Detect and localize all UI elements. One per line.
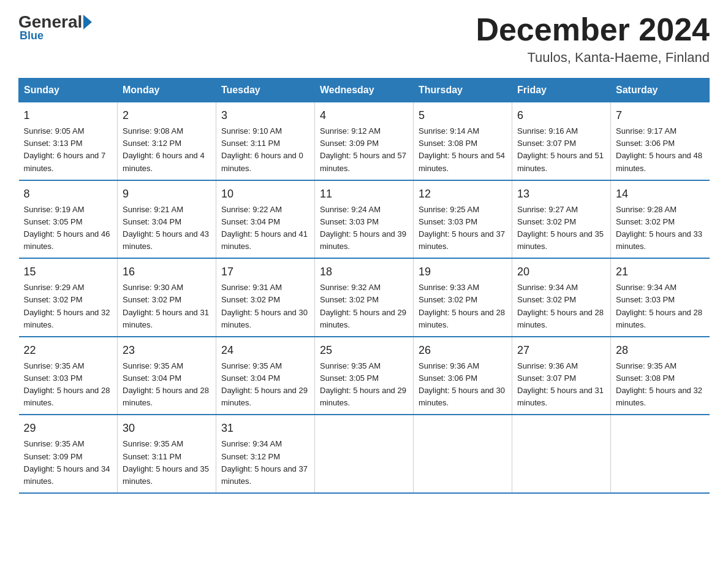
header-day-tuesday: Tuesday (216, 79, 315, 102)
day-info: Sunrise: 9:36 AMSunset: 3:06 PMDaylight:… (419, 360, 507, 410)
day-number: 9 (123, 186, 211, 202)
day-info: Sunrise: 9:28 AMSunset: 3:02 PMDaylight:… (616, 204, 705, 253)
calendar-cell (414, 415, 512, 493)
day-number: 24 (221, 342, 309, 359)
day-number: 7 (616, 107, 705, 124)
calendar-cell: 26Sunrise: 9:36 AMSunset: 3:06 PMDayligh… (414, 337, 512, 415)
day-info: Sunrise: 9:24 AMSunset: 3:03 PMDaylight:… (320, 204, 408, 253)
day-number: 15 (24, 264, 113, 280)
day-info: Sunrise: 9:35 AMSunset: 3:04 PMDaylight:… (123, 360, 211, 410)
calendar-cell: 9Sunrise: 9:21 AMSunset: 3:04 PMDaylight… (118, 180, 216, 259)
day-info: Sunrise: 9:22 AMSunset: 3:04 PMDaylight:… (221, 204, 309, 253)
header-day-wednesday: Wednesday (315, 79, 414, 102)
day-number: 1 (24, 107, 113, 124)
calendar-cell: 10Sunrise: 9:22 AMSunset: 3:04 PMDayligh… (216, 180, 315, 259)
calendar-cell: 11Sunrise: 9:24 AMSunset: 3:03 PMDayligh… (315, 180, 414, 259)
calendar-cell: 1Sunrise: 9:05 AMSunset: 3:13 PMDaylight… (19, 102, 118, 180)
week-row-5: 29Sunrise: 9:35 AMSunset: 3:09 PMDayligh… (19, 415, 710, 493)
day-info: Sunrise: 9:35 AMSunset: 3:05 PMDaylight:… (320, 360, 408, 410)
day-info: Sunrise: 9:29 AMSunset: 3:02 PMDaylight:… (24, 282, 113, 331)
day-number: 27 (517, 342, 605, 359)
day-info: Sunrise: 9:34 AMSunset: 3:12 PMDaylight:… (221, 438, 309, 488)
day-info: Sunrise: 9:36 AMSunset: 3:07 PMDaylight:… (517, 360, 605, 410)
day-number: 30 (123, 420, 211, 437)
calendar-cell: 22Sunrise: 9:35 AMSunset: 3:03 PMDayligh… (19, 337, 118, 415)
day-number: 4 (320, 107, 408, 124)
day-number: 28 (616, 342, 705, 359)
calendar-cell: 16Sunrise: 9:30 AMSunset: 3:02 PMDayligh… (118, 258, 216, 337)
day-number: 8 (24, 186, 113, 202)
calendar-cell: 27Sunrise: 9:36 AMSunset: 3:07 PMDayligh… (512, 337, 611, 415)
day-info: Sunrise: 9:35 AMSunset: 3:04 PMDaylight:… (221, 360, 309, 410)
day-info: Sunrise: 9:05 AMSunset: 3:13 PMDaylight:… (24, 125, 113, 175)
calendar-cell: 8Sunrise: 9:19 AMSunset: 3:05 PMDaylight… (19, 180, 118, 259)
header-day-thursday: Thursday (414, 79, 512, 102)
calendar-cell: 15Sunrise: 9:29 AMSunset: 3:02 PMDayligh… (19, 258, 118, 337)
calendar-cell: 31Sunrise: 9:34 AMSunset: 3:12 PMDayligh… (216, 415, 315, 493)
calendar-cell: 12Sunrise: 9:25 AMSunset: 3:03 PMDayligh… (414, 180, 512, 259)
day-info: Sunrise: 9:14 AMSunset: 3:08 PMDaylight:… (419, 125, 507, 175)
logo: General Blue (18, 12, 93, 42)
day-info: Sunrise: 9:35 AMSunset: 3:09 PMDaylight:… (24, 438, 113, 488)
calendar-cell (315, 415, 414, 493)
week-row-1: 1Sunrise: 9:05 AMSunset: 3:13 PMDaylight… (19, 102, 710, 180)
calendar-cell: 23Sunrise: 9:35 AMSunset: 3:04 PMDayligh… (118, 337, 216, 415)
day-info: Sunrise: 9:35 AMSunset: 3:11 PMDaylight:… (123, 438, 211, 488)
calendar-cell: 30Sunrise: 9:35 AMSunset: 3:11 PMDayligh… (118, 415, 216, 493)
calendar-header: SundayMondayTuesdayWednesdayThursdayFrid… (19, 79, 710, 102)
day-number: 22 (24, 342, 113, 359)
day-number: 21 (616, 264, 705, 280)
day-info: Sunrise: 9:08 AMSunset: 3:12 PMDaylight:… (123, 125, 211, 175)
day-number: 31 (221, 420, 309, 437)
logo-triangle-icon (83, 15, 92, 29)
day-info: Sunrise: 9:35 AMSunset: 3:08 PMDaylight:… (616, 360, 705, 410)
day-info: Sunrise: 9:16 AMSunset: 3:07 PMDaylight:… (517, 125, 605, 175)
calendar-cell: 2Sunrise: 9:08 AMSunset: 3:12 PMDaylight… (118, 102, 216, 180)
title-block: December 2024 Tuulos, Kanta-Haeme, Finla… (476, 12, 710, 66)
day-number: 11 (320, 186, 408, 202)
header-day-sunday: Sunday (19, 79, 118, 102)
day-number: 12 (419, 186, 507, 202)
day-info: Sunrise: 9:25 AMSunset: 3:03 PMDaylight:… (419, 204, 507, 253)
day-info: Sunrise: 9:17 AMSunset: 3:06 PMDaylight:… (616, 125, 705, 175)
calendar-cell: 5Sunrise: 9:14 AMSunset: 3:08 PMDaylight… (414, 102, 512, 180)
calendar-cell (512, 415, 611, 493)
day-number: 6 (517, 107, 605, 124)
calendar-cell: 25Sunrise: 9:35 AMSunset: 3:05 PMDayligh… (315, 337, 414, 415)
week-row-2: 8Sunrise: 9:19 AMSunset: 3:05 PMDaylight… (19, 180, 710, 259)
calendar-cell: 13Sunrise: 9:27 AMSunset: 3:02 PMDayligh… (512, 180, 611, 259)
calendar-cell: 20Sunrise: 9:34 AMSunset: 3:02 PMDayligh… (512, 258, 611, 337)
day-info: Sunrise: 9:12 AMSunset: 3:09 PMDaylight:… (320, 125, 408, 175)
day-info: Sunrise: 9:31 AMSunset: 3:02 PMDaylight:… (221, 282, 309, 331)
day-number: 10 (221, 186, 309, 202)
calendar-cell (611, 415, 710, 493)
day-number: 14 (616, 186, 705, 202)
day-info: Sunrise: 9:10 AMSunset: 3:11 PMDaylight:… (221, 125, 309, 175)
calendar-cell: 18Sunrise: 9:32 AMSunset: 3:02 PMDayligh… (315, 258, 414, 337)
day-info: Sunrise: 9:19 AMSunset: 3:05 PMDaylight:… (24, 204, 113, 253)
header-day-saturday: Saturday (611, 79, 710, 102)
day-info: Sunrise: 9:27 AMSunset: 3:02 PMDaylight:… (517, 204, 605, 253)
header-day-monday: Monday (118, 79, 216, 102)
calendar-cell: 3Sunrise: 9:10 AMSunset: 3:11 PMDaylight… (216, 102, 315, 180)
day-number: 16 (123, 264, 211, 280)
day-number: 18 (320, 264, 408, 280)
day-info: Sunrise: 9:33 AMSunset: 3:02 PMDaylight:… (419, 282, 507, 331)
day-info: Sunrise: 9:34 AMSunset: 3:03 PMDaylight:… (616, 282, 705, 331)
calendar-cell: 28Sunrise: 9:35 AMSunset: 3:08 PMDayligh… (611, 337, 710, 415)
calendar-cell: 29Sunrise: 9:35 AMSunset: 3:09 PMDayligh… (19, 415, 118, 493)
day-number: 13 (517, 186, 605, 202)
calendar-body: 1Sunrise: 9:05 AMSunset: 3:13 PMDaylight… (19, 102, 710, 493)
day-number: 5 (419, 107, 507, 124)
day-number: 3 (221, 107, 309, 124)
day-number: 25 (320, 342, 408, 359)
location-title: Tuulos, Kanta-Haeme, Finland (476, 50, 710, 66)
calendar-cell: 14Sunrise: 9:28 AMSunset: 3:02 PMDayligh… (611, 180, 710, 259)
day-info: Sunrise: 9:21 AMSunset: 3:04 PMDaylight:… (123, 204, 211, 253)
day-number: 17 (221, 264, 309, 280)
week-row-4: 22Sunrise: 9:35 AMSunset: 3:03 PMDayligh… (19, 337, 710, 415)
calendar-cell: 24Sunrise: 9:35 AMSunset: 3:04 PMDayligh… (216, 337, 315, 415)
day-number: 23 (123, 342, 211, 359)
calendar-cell: 7Sunrise: 9:17 AMSunset: 3:06 PMDaylight… (611, 102, 710, 180)
calendar-cell: 17Sunrise: 9:31 AMSunset: 3:02 PMDayligh… (216, 258, 315, 337)
